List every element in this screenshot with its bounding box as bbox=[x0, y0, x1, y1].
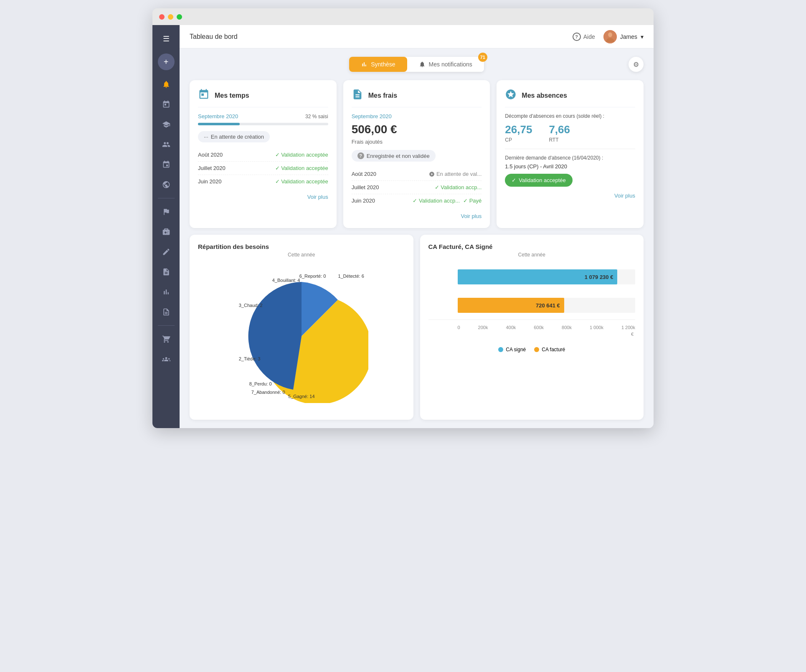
frais-period: Septembre 2020 bbox=[352, 113, 482, 119]
mes-frais-card: Mes frais Septembre 2020 506,00 € Frais … bbox=[343, 80, 490, 228]
voir-plus-frais[interactable]: Voir plus bbox=[461, 213, 482, 219]
sidebar-item-flag[interactable] bbox=[152, 203, 180, 221]
cp-label: CP bbox=[505, 137, 532, 143]
settings-button[interactable]: ⚙ bbox=[629, 57, 644, 72]
bar-track-facture: 720 641 € bbox=[458, 298, 636, 313]
label-reporte: 6_Reporté: 0 bbox=[299, 274, 326, 279]
sidebar-item-edit[interactable] bbox=[152, 243, 180, 261]
table-row: Juillet 2020 ✓ Validation acceptée bbox=[198, 162, 328, 175]
help-link[interactable]: ? Aide bbox=[573, 33, 595, 41]
notification-badge: 71 bbox=[478, 53, 487, 62]
chart-legend: CA signé CA facturé bbox=[428, 347, 636, 352]
label-abandonne: 7_Abandonné: 0 bbox=[251, 390, 285, 395]
ca-chart-card: CA Facturé, CA Signé Cette année bbox=[420, 235, 644, 420]
maximize-icon[interactable] bbox=[177, 14, 182, 20]
pie-chart-container: 1_Détecté: 6 5_Gagné: 14 2_Tiède: 3 3_Ch… bbox=[235, 269, 368, 403]
titlebar bbox=[152, 8, 654, 25]
tab-notifications[interactable]: Mes notifications bbox=[407, 57, 484, 72]
label-detecte: 1_Détecté: 6 bbox=[338, 274, 364, 279]
frais-status-badge: ? Enregistrée et non validée bbox=[352, 150, 436, 162]
cards-row: Mes temps Septembre 2020 32 % saisi ··· … bbox=[190, 80, 644, 228]
repartition-card: Répartition des besoins Cette année bbox=[190, 235, 413, 420]
frais-label: Frais ajoutés bbox=[352, 139, 482, 145]
sidebar-divider-2 bbox=[158, 325, 175, 326]
tab-group: Synthèse Mes notifications 71 bbox=[349, 57, 484, 72]
card-title-temps: Mes temps bbox=[215, 92, 249, 99]
minimize-icon[interactable] bbox=[168, 14, 173, 20]
decompte-label: Décompte d'absences en cours (solde réel… bbox=[505, 113, 635, 119]
mes-temps-card: Mes temps Septembre 2020 32 % saisi ··· … bbox=[190, 80, 337, 228]
page-title: Tableau de bord bbox=[190, 33, 238, 41]
repartition-period: Cette année bbox=[198, 252, 405, 258]
sidebar-item-briefcase[interactable] bbox=[152, 223, 180, 241]
ca-chart-title: CA Facturé, CA Signé bbox=[428, 243, 636, 250]
sidebar-item-document[interactable] bbox=[152, 303, 180, 321]
close-icon[interactable] bbox=[159, 14, 165, 20]
table-row: Juin 2020 ✓ Validation accp... ✓ Payé bbox=[352, 194, 482, 207]
tab-synthese[interactable]: Synthèse bbox=[349, 57, 407, 72]
table-row: Août 2020 En attente de val... bbox=[352, 167, 482, 181]
sidebar-item-report[interactable] bbox=[152, 263, 180, 281]
temps-period-row: Septembre 2020 32 % saisi bbox=[198, 113, 328, 119]
bar-chart-inner: 1 079 230 € bbox=[428, 265, 636, 313]
x-axis: 0 200k 400k 600k 800k 1 000k 1 200k bbox=[428, 320, 636, 332]
legend-item-facture: CA facturé bbox=[534, 347, 565, 352]
rtt-value-block: 7,66 RTT bbox=[549, 123, 570, 143]
sidebar-divider bbox=[158, 198, 175, 198]
content-area: Synthèse Mes notifications 71 ⚙ bbox=[180, 48, 654, 428]
sidebar-item-users[interactable] bbox=[152, 135, 180, 154]
label-gagne: 5_Gagné: 14 bbox=[288, 394, 315, 399]
sidebar-item-education[interactable] bbox=[152, 115, 180, 134]
sidebar-item-cart[interactable] bbox=[152, 330, 180, 348]
temps-percent: 32 % saisi bbox=[305, 114, 328, 119]
voir-plus-absences[interactable]: Voir plus bbox=[614, 193, 635, 199]
user-menu[interactable]: James ▾ bbox=[603, 30, 644, 43]
label-tiede: 2_Tiède: 3 bbox=[239, 356, 261, 361]
bar-fill-facture: 720 641 € bbox=[458, 298, 564, 313]
temps-history-list: Août 2020 ✓ Validation acceptée Juillet … bbox=[198, 148, 328, 188]
temps-progress-bar bbox=[198, 123, 328, 125]
table-row: Août 2020 ✓ Validation acceptée bbox=[198, 148, 328, 162]
frais-icon bbox=[352, 89, 363, 103]
sidebar: ☰ + bbox=[152, 25, 180, 428]
add-button[interactable]: + bbox=[158, 53, 175, 70]
rtt-label: RTT bbox=[549, 137, 570, 143]
temps-progress-fill bbox=[198, 123, 240, 125]
cp-number: 26,75 bbox=[505, 123, 532, 136]
bar-row-signe: 1 079 230 € bbox=[428, 269, 636, 284]
bar-value-facture: 720 641 € bbox=[536, 302, 560, 309]
tab-notifications-wrapper: Mes notifications 71 bbox=[407, 57, 484, 72]
mes-absences-card: Mes absences Décompte d'absences en cour… bbox=[497, 80, 644, 228]
repartition-title: Répartition des besoins bbox=[198, 243, 405, 250]
legend-dot-facture bbox=[534, 347, 539, 352]
label-perdu: 8_Perdu: 0 bbox=[249, 381, 272, 386]
sidebar-item-calendar[interactable] bbox=[152, 95, 180, 114]
avatar bbox=[603, 30, 617, 43]
legend-item-signe: CA signé bbox=[498, 347, 526, 352]
absences-icon bbox=[505, 89, 517, 103]
table-row: Juillet 2020 ✓ Validation accp... bbox=[352, 181, 482, 194]
topbar-right: ? Aide James ▾ bbox=[573, 30, 644, 43]
topbar: Tableau de bord ? Aide bbox=[180, 25, 654, 48]
temps-status-badge[interactable]: ··· En attente de création bbox=[198, 131, 270, 142]
app-window: ☰ + bbox=[152, 8, 654, 428]
hamburger-icon[interactable]: ☰ bbox=[152, 29, 180, 48]
bar-fill-signe: 1 079 230 € bbox=[458, 269, 618, 284]
sidebar-item-people[interactable] bbox=[152, 350, 180, 368]
derniere-label: Dernière demande d'absence (16/04/2020) … bbox=[505, 155, 635, 161]
card-title-absences: Mes absences bbox=[522, 92, 567, 99]
sidebar-item-bell[interactable] bbox=[152, 75, 180, 94]
card-header-temps: Mes temps bbox=[198, 89, 328, 107]
absences-footer: Voir plus bbox=[505, 192, 635, 199]
label-chaud: 3_Chaud: 2 bbox=[239, 303, 263, 308]
sidebar-item-chart[interactable] bbox=[152, 283, 180, 301]
tabs-container: Synthèse Mes notifications 71 ⚙ bbox=[190, 57, 644, 72]
main-content: Tableau de bord ? Aide bbox=[180, 25, 654, 428]
voir-plus-temps[interactable]: Voir plus bbox=[307, 194, 328, 200]
svg-point-1 bbox=[608, 32, 612, 37]
bar-track-signe: 1 079 230 € bbox=[458, 269, 636, 284]
sidebar-item-org[interactable] bbox=[152, 155, 180, 174]
sidebar-item-globe[interactable] bbox=[152, 175, 180, 194]
card-header-frais: Mes frais bbox=[352, 89, 482, 107]
validation-button[interactable]: ✓ Validation acceptée bbox=[505, 174, 573, 187]
